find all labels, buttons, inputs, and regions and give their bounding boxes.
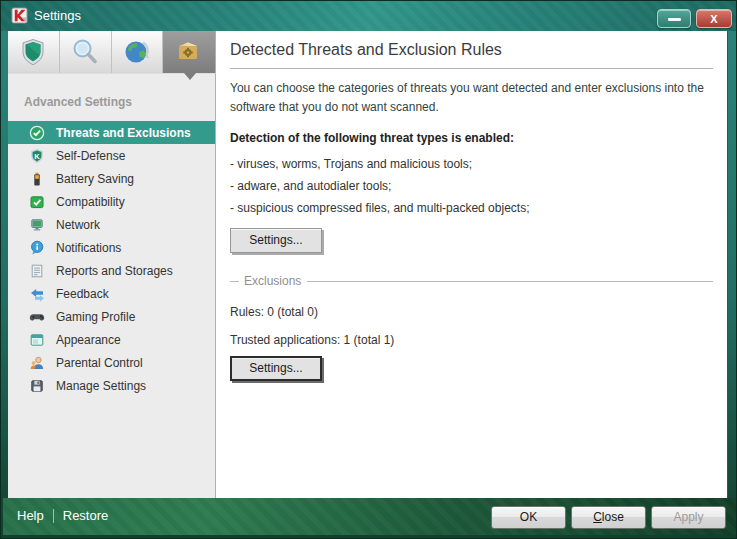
footer-links: Help Restore [17,508,108,523]
threat-type-line: - adware, and autodialer tools; [230,175,713,197]
protection-shield-icon [18,37,48,67]
footer-bar: Help Restore OK Close Apply [3,498,736,535]
close-icon: X [710,13,717,25]
window-title: Settings [34,8,81,23]
advanced-settings-box-icon [174,37,204,67]
settings-window: Settings X [0,0,737,539]
threat-type-line: - suspicious compressed files, and multi… [230,197,713,219]
main-panel: Detected Threats and Exclusion Rules You… [216,31,728,498]
sidebar-item-threats-and-exclusions[interactable]: Threats and Exclusions [8,121,215,144]
network-monitor-icon [29,217,45,233]
parental-person-icon [29,355,45,371]
apply-button[interactable]: Apply [651,506,726,529]
sidebar-item-compatibility[interactable]: Compatibility [8,190,215,213]
settings-category-tabs [8,31,216,73]
tab-protection[interactable] [8,31,60,73]
sidebar-item-feedback[interactable]: Feedback [8,282,215,305]
info-balloon-icon [29,240,45,256]
footer-separator [53,509,54,523]
svg-text:K: K [34,151,40,160]
report-document-icon [29,263,45,279]
scan-search-icon [70,37,100,67]
exclusion-rules-count: Rules: 0 (total 0) [230,305,713,319]
minimize-button[interactable] [657,9,691,28]
kaspersky-k-icon [11,7,28,24]
title-divider [230,68,713,69]
sidebar-item-gaming-profile[interactable]: Gaming Profile [8,305,215,328]
window-appearance-icon [29,332,45,348]
tab-advanced-settings[interactable] [163,31,215,73]
exclusions-legend: Exclusions [244,274,301,288]
battery-icon [29,171,45,187]
ok-button[interactable]: OK [491,506,566,529]
green-check-square-icon [29,194,45,210]
check-circle-icon [29,125,45,141]
sidebar-item-network[interactable]: Network [8,213,215,236]
minimize-icon [668,18,681,21]
sidebar-item-parental-control[interactable]: Parental Control [8,351,215,374]
sidebar-item-reports-and-storages[interactable]: Reports and Storages [8,259,215,282]
tab-update[interactable] [112,31,164,73]
intro-text: You can choose the categories of threats… [230,79,722,117]
feedback-arrows-icon [29,286,45,302]
floppy-disk-icon [29,378,45,394]
help-link[interactable]: Help [17,508,44,523]
exclusions-settings-button[interactable]: Settings... [230,356,322,381]
sidebar-item-battery-saving[interactable]: Battery Saving [8,167,215,190]
close-button[interactable]: X [696,9,732,28]
sidebar-item-manage-settings[interactable]: Manage Settings [8,374,215,397]
exclusions-group-header: Exclusions [230,274,713,288]
tab-scan[interactable] [60,31,112,73]
sidebar-item-self-defense[interactable]: K Self-Defense [8,144,215,167]
restore-link[interactable]: Restore [63,508,109,523]
gamepad-icon [29,309,45,325]
detection-heading: Detection of the following threat types … [230,131,713,145]
sidebar-item-notifications[interactable]: Notifications [8,236,215,259]
close-dialog-button[interactable]: Close [571,506,646,529]
sidebar: Advanced Settings Threats and Exclusions… [8,73,216,498]
trusted-applications-count: Trusted applications: 1 (total 1) [230,333,713,347]
page-title: Detected Threats and Exclusion Rules [230,41,713,59]
sidebar-item-appearance[interactable]: Appearance [8,328,215,351]
threat-type-line: - viruses, worms, Trojans and malicious … [230,153,713,175]
sidebar-section-header: Advanced Settings [24,95,215,109]
titlebar: Settings X [1,1,737,31]
selected-tab-pointer [184,73,196,80]
detection-settings-button[interactable]: Settings... [230,228,322,253]
shield-k-icon: K [29,148,45,164]
update-globe-icon [122,37,152,67]
